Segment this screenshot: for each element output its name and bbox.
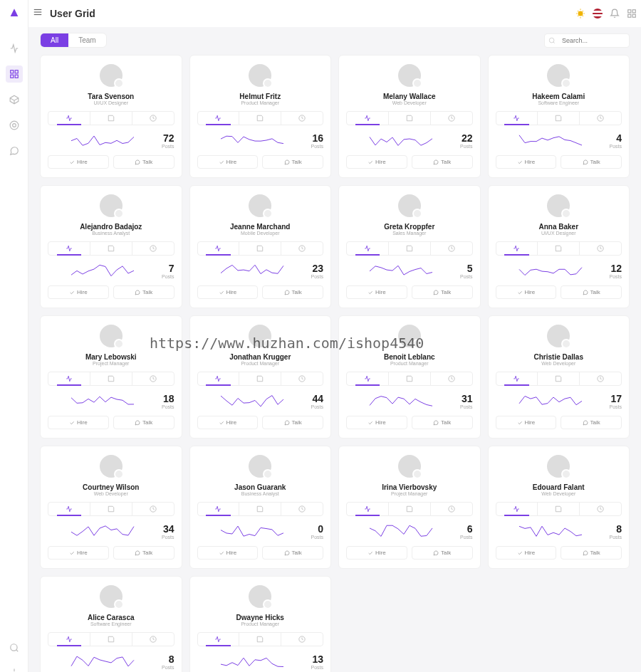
hire-button[interactable]: Hire: [48, 416, 109, 429]
user-avatar[interactable]: [547, 455, 570, 478]
hire-button[interactable]: Hire: [346, 155, 407, 169]
card-tab-files[interactable]: [239, 633, 281, 646]
hire-button[interactable]: Hire: [197, 155, 259, 169]
card-tab-time[interactable]: [132, 633, 174, 646]
card-tab-time[interactable]: [431, 112, 472, 125]
user-avatar[interactable]: [249, 194, 271, 217]
talk-button[interactable]: Talk: [262, 546, 323, 560]
user-avatar[interactable]: [398, 64, 421, 87]
card-tab-files[interactable]: [389, 372, 431, 385]
card-tab-activity[interactable]: [198, 242, 240, 255]
card-tab-activity[interactable]: [347, 372, 389, 385]
card-tab-time[interactable]: [431, 242, 472, 255]
card-tab-time[interactable]: [281, 503, 323, 515]
user-avatar[interactable]: [398, 194, 421, 217]
card-tab-time[interactable]: [580, 112, 621, 125]
user-avatar[interactable]: [100, 585, 123, 608]
card-tab-files[interactable]: [90, 633, 132, 646]
hire-button[interactable]: Hire: [496, 546, 557, 560]
search-icon[interactable]: [6, 639, 23, 656]
talk-button[interactable]: Talk: [113, 285, 174, 299]
card-tab-time[interactable]: [132, 372, 174, 385]
talk-button[interactable]: Talk: [262, 155, 323, 169]
hire-button[interactable]: Hire: [346, 546, 407, 560]
hire-button[interactable]: Hire: [197, 416, 259, 429]
hire-button[interactable]: Hire: [48, 285, 109, 299]
language-flag-icon[interactable]: [593, 9, 603, 19]
talk-button[interactable]: Talk: [561, 155, 622, 169]
hire-button[interactable]: Hire: [346, 416, 407, 429]
card-tab-activity[interactable]: [496, 112, 538, 125]
sidebar-item-chat[interactable]: [6, 142, 23, 159]
card-tab-files[interactable]: [538, 112, 580, 125]
user-avatar[interactable]: [100, 455, 123, 478]
card-tab-time[interactable]: [132, 503, 174, 515]
card-tab-activity[interactable]: [347, 112, 389, 125]
user-avatar[interactable]: [547, 64, 570, 87]
hire-button[interactable]: Hire: [48, 155, 109, 169]
talk-button[interactable]: Talk: [113, 546, 174, 560]
card-tab-activity[interactable]: [347, 242, 389, 255]
user-avatar[interactable]: [100, 194, 123, 217]
hire-button[interactable]: Hire: [48, 546, 109, 560]
card-tab-activity[interactable]: [198, 633, 240, 646]
card-tab-time[interactable]: [132, 112, 174, 125]
settings-icon[interactable]: [6, 665, 23, 672]
card-tab-activity[interactable]: [496, 372, 538, 385]
card-tab-files[interactable]: [239, 242, 281, 255]
user-avatar[interactable]: [398, 325, 421, 347]
card-tab-time[interactable]: [580, 372, 621, 385]
card-tab-time[interactable]: [281, 372, 323, 385]
card-tab-time[interactable]: [431, 503, 472, 515]
hire-button[interactable]: Hire: [197, 285, 259, 299]
card-tab-activity[interactable]: [496, 503, 538, 515]
card-tab-time[interactable]: [281, 112, 323, 125]
card-tab-files[interactable]: [90, 242, 132, 255]
talk-button[interactable]: Talk: [561, 285, 622, 299]
theme-toggle-icon[interactable]: [575, 9, 585, 19]
user-avatar[interactable]: [547, 194, 570, 217]
card-tab-activity[interactable]: [496, 242, 538, 255]
user-avatar[interactable]: [547, 325, 570, 347]
card-tab-files[interactable]: [90, 503, 132, 515]
talk-button[interactable]: Talk: [113, 416, 174, 429]
user-avatar[interactable]: [249, 455, 271, 478]
card-tab-activity[interactable]: [48, 242, 90, 255]
card-tab-time[interactable]: [431, 372, 472, 385]
hire-button[interactable]: Hire: [496, 416, 557, 429]
sidebar-item-box[interactable]: [6, 91, 23, 108]
talk-button[interactable]: Talk: [561, 546, 622, 560]
talk-button[interactable]: Talk: [262, 285, 323, 299]
card-tab-files[interactable]: [239, 503, 281, 515]
card-tab-time[interactable]: [281, 633, 323, 646]
talk-button[interactable]: Talk: [561, 416, 622, 429]
card-tab-files[interactable]: [90, 112, 132, 125]
card-tab-time[interactable]: [580, 503, 621, 515]
card-tab-activity[interactable]: [347, 503, 389, 515]
sidebar-item-life[interactable]: [6, 117, 23, 134]
search-input[interactable]: [544, 33, 630, 48]
talk-button[interactable]: Talk: [412, 285, 473, 299]
card-tab-files[interactable]: [538, 242, 580, 255]
card-tab-time[interactable]: [132, 242, 174, 255]
card-tab-files[interactable]: [538, 503, 580, 515]
card-tab-activity[interactable]: [198, 503, 240, 515]
card-tab-activity[interactable]: [198, 372, 240, 385]
hire-button[interactable]: Hire: [197, 546, 259, 560]
talk-button[interactable]: Talk: [412, 546, 473, 560]
app-logo[interactable]: [8, 7, 21, 20]
card-tab-activity[interactable]: [48, 112, 90, 125]
card-tab-files[interactable]: [538, 372, 580, 385]
user-avatar[interactable]: [249, 585, 271, 608]
user-avatar[interactable]: [249, 64, 271, 87]
tab-team[interactable]: Team: [68, 33, 105, 47]
user-avatar[interactable]: [249, 325, 271, 347]
sidebar-item-grid[interactable]: [6, 65, 23, 83]
hire-button[interactable]: Hire: [496, 285, 557, 299]
hire-button[interactable]: Hire: [496, 155, 557, 169]
user-avatar[interactable]: [100, 325, 123, 347]
card-tab-activity[interactable]: [48, 372, 90, 385]
user-avatar[interactable]: [398, 455, 421, 478]
card-tab-time[interactable]: [281, 242, 323, 255]
card-tab-activity[interactable]: [198, 112, 240, 125]
